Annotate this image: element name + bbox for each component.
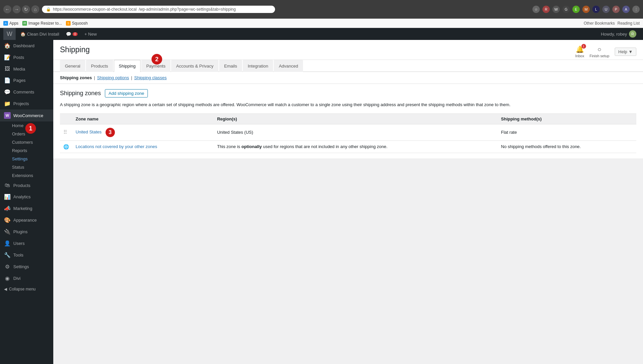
avatar: R xyxy=(629,30,636,38)
ext-icon-6[interactable]: U xyxy=(602,6,610,13)
uncovered-zone-link[interactable]: Locations not covered by your other zone… xyxy=(76,144,157,149)
sidebar-item-customers[interactable]: Customers xyxy=(0,138,53,146)
bookmark-image-resizer[interactable]: IR Image Resizer to... xyxy=(22,21,62,26)
projects-label: Projects xyxy=(13,101,29,106)
home-button[interactable]: ⌂ xyxy=(31,5,39,13)
sidebar-item-users[interactable]: 👤 Users xyxy=(0,238,53,249)
url-prefix: https://woocommerce-coupon-at-checkout.l… xyxy=(53,7,137,12)
ext-icon-7[interactable]: P xyxy=(612,6,620,13)
tab-products[interactable]: Products xyxy=(86,60,113,72)
marketing-icon: 📣 xyxy=(4,205,11,212)
forward-button[interactable]: → xyxy=(13,5,21,13)
region-value: United States (US) xyxy=(217,130,253,135)
shipping-zones-table: Zone name Region(s) Shipping method(s) xyxy=(60,113,636,153)
ext-icon-8[interactable]: A xyxy=(622,6,630,13)
tab-general[interactable]: General xyxy=(60,60,85,72)
tab-shipping-label: Shipping xyxy=(119,64,136,69)
sidebar-item-appearance[interactable]: 🎨 Appearance xyxy=(0,214,53,226)
content-area: Shipping zones Add shipping zone 1 A shi… xyxy=(53,84,643,158)
apps-bookmark-icon: A xyxy=(3,21,8,26)
united-states-zone-link[interactable]: United States xyxy=(76,129,102,134)
sidebar-item-tools[interactable]: 🔧 Tools xyxy=(0,249,53,261)
sidebar-item-media[interactable]: 🖼 Media xyxy=(0,63,53,75)
dashboard-label: Dashboard xyxy=(13,43,35,48)
sub-nav-current: Shipping zones xyxy=(60,75,92,80)
sidebar-item-marketing[interactable]: 📣 Marketing xyxy=(0,203,53,214)
inbox-badge: 1 xyxy=(581,44,586,49)
sidebar-item-products[interactable]: 🛍 Products xyxy=(0,180,53,191)
sidebar-item-status[interactable]: Status xyxy=(0,163,53,171)
sidebar-item-divi[interactable]: ◉ Divi xyxy=(0,273,53,284)
sub-nav-shipping-options[interactable]: Shipping options xyxy=(97,75,129,80)
sidebar-item-reports[interactable]: Reports xyxy=(0,146,53,155)
home-submenu-label: Home xyxy=(12,123,24,128)
sidebar-item-plugins[interactable]: 🔌 Plugins xyxy=(0,226,53,238)
uncovered-region-bold: optionally xyxy=(241,144,262,149)
sidebar-item-comments[interactable]: 💬 Comments xyxy=(0,86,53,98)
tab-advanced[interactable]: Advanced xyxy=(274,60,303,72)
woocommerce-icon: W xyxy=(4,112,11,119)
sidebar-item-extensions[interactable]: Extensions xyxy=(0,171,53,180)
status-submenu-label: Status xyxy=(12,165,24,170)
woocommerce-label: WooCommerce xyxy=(13,113,43,118)
ext-icon-1[interactable]: W xyxy=(552,6,560,13)
woocommerce-header[interactable]: W WooCommerce xyxy=(0,109,53,121)
sidebar-item-analytics[interactable]: 📊 Analytics xyxy=(0,191,53,203)
browser-nav-buttons[interactable]: ← → ↻ ⌂ xyxy=(3,5,39,13)
tab-shipping[interactable]: Shipping xyxy=(114,60,141,72)
bookmark-apps[interactable]: A Apps xyxy=(3,21,18,26)
add-shipping-zone-button[interactable]: Add shipping zone xyxy=(105,89,148,97)
sidebar-item-settings[interactable]: Settings xyxy=(0,155,53,163)
sidebar-item-posts[interactable]: 📝 Posts xyxy=(0,52,53,63)
posts-icon: 📝 xyxy=(4,54,11,61)
ext-icon-3[interactable]: E xyxy=(572,6,580,13)
step-badge-1: 1 xyxy=(25,123,36,134)
woocommerce-section: W WooCommerce Home Orders Customers xyxy=(0,109,53,180)
star-icon[interactable]: ☆ xyxy=(532,6,540,13)
refresh-button[interactable]: ↻ xyxy=(22,5,30,13)
ext-icon-5[interactable]: L xyxy=(592,6,600,13)
howdy-item[interactable]: Howdy, robey R xyxy=(597,28,640,40)
uncovered-region-cell: This zone is optionally used for regions… xyxy=(214,140,498,153)
table-row-uncovered: 🌐 Locations not covered by your other zo… xyxy=(60,140,636,153)
address-bar[interactable]: 🔒 https://woocommerce-coupon-at-checkout… xyxy=(42,6,275,13)
sidebar-item-settings-main[interactable]: ⚙ Settings xyxy=(0,261,53,273)
ext-icon-2[interactable]: G xyxy=(562,6,570,13)
tab-emails[interactable]: Emails xyxy=(219,60,242,72)
sidebar: 🏠 Dashboard 📝 Posts 🖼 Media 📄 xyxy=(0,40,53,364)
collapse-menu[interactable]: ◀ Collapse menu xyxy=(0,284,53,294)
site-name: Clean Divi Install xyxy=(27,32,59,37)
profile-icon[interactable]: R xyxy=(542,6,550,13)
sub-nav-shipping-classes[interactable]: Shipping classes xyxy=(134,75,167,80)
col-drag xyxy=(60,113,72,124)
page-header: Shipping 🔔 1 Inbox ○ Finish setup Help ▼ xyxy=(53,40,643,60)
help-button[interactable]: Help ▼ xyxy=(615,48,636,56)
col-region: Region(s) xyxy=(214,113,498,124)
finish-setup-button[interactable]: ○ Finish setup xyxy=(589,46,609,58)
step-badge-1-container: 1 xyxy=(25,123,36,134)
sidebar-item-projects[interactable]: 📁 Projects xyxy=(0,98,53,109)
sidebar-item-pages[interactable]: 📄 Pages xyxy=(0,75,53,86)
shipping-zones-description: A shipping zone is a geographic region w… xyxy=(60,101,636,108)
bookmark-squoosh-label: Squoosh xyxy=(72,21,88,26)
tab-accounts-privacy[interactable]: Accounts & Privacy xyxy=(171,60,218,72)
tab-products-label: Products xyxy=(91,64,108,69)
wp-admin-bar: W 🏠 Clean Divi Install 💬 0 + New Howdy, … xyxy=(0,28,643,40)
globe-icon: 🌐 xyxy=(63,144,69,149)
wp-logo[interactable]: W xyxy=(3,28,16,40)
new-item-bar-item[interactable]: + New xyxy=(81,28,100,40)
inbox-button[interactable]: 🔔 1 Inbox xyxy=(575,45,584,58)
site-name-bar-item[interactable]: 🏠 Clean Divi Install xyxy=(17,28,63,40)
sub-nav-sep-1: | xyxy=(94,75,95,80)
no-methods-value: No shipping methods offered to this zone… xyxy=(501,144,581,149)
bookmark-squoosh[interactable]: S Squoosh xyxy=(66,21,88,26)
comments-bar-item[interactable]: 💬 0 xyxy=(63,28,81,40)
tab-integration[interactable]: Integration xyxy=(243,60,273,72)
ext-icon-4[interactable]: M xyxy=(582,6,590,13)
back-button[interactable]: ← xyxy=(3,5,11,13)
step-badge-3: 3 xyxy=(106,128,115,137)
menu-dots-icon[interactable]: ⋮ xyxy=(632,6,640,13)
drag-handle-icon[interactable]: ⠿ xyxy=(63,129,67,135)
sidebar-item-dashboard[interactable]: 🏠 Dashboard xyxy=(0,40,53,52)
other-bookmarks[interactable]: Other Bookmarks Reading List xyxy=(584,21,640,26)
